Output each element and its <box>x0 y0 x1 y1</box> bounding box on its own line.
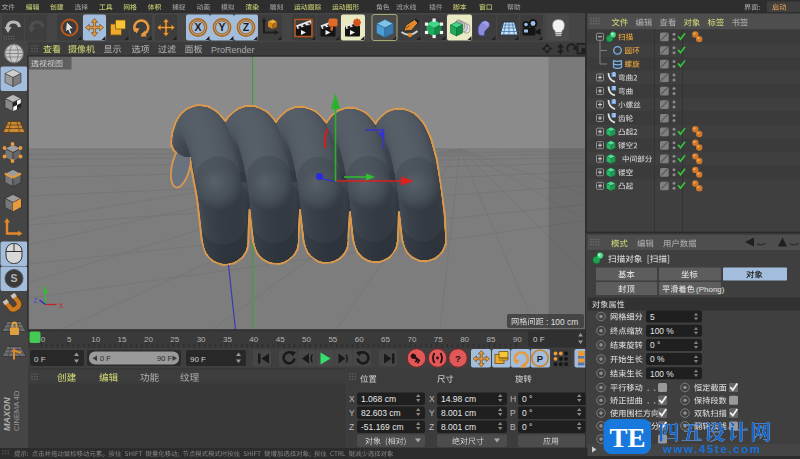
svg-text:MAXON: MAXON <box>2 397 12 431</box>
svg-text:25: 25 <box>170 335 179 344</box>
svg-text:100 %: 100 % <box>650 369 674 379</box>
svg-text:Y: Y <box>218 21 225 33</box>
svg-text:ProRender: ProRender <box>211 45 255 55</box>
svg-text:Y: Y <box>429 408 435 418</box>
svg-text:Y: Y <box>43 285 48 292</box>
svg-text:5: 5 <box>650 312 655 322</box>
svg-text:CINEMA 4D: CINEMA 4D <box>12 390 21 431</box>
svg-text:60: 60 <box>355 335 364 344</box>
svg-text:15: 15 <box>118 335 127 344</box>
svg-text:X: X <box>429 394 435 404</box>
svg-text:82.603 cm: 82.603 cm <box>361 408 401 418</box>
svg-text:90 F: 90 F <box>157 354 172 363</box>
svg-text:45: 45 <box>276 335 285 344</box>
svg-text:35: 35 <box>223 335 232 344</box>
svg-text:Z: Z <box>349 422 354 432</box>
svg-text:?: ? <box>455 353 461 364</box>
svg-text:B: B <box>510 422 516 432</box>
svg-text:85: 85 <box>486 335 495 344</box>
svg-text:0 F: 0 F <box>100 354 111 363</box>
svg-text:0 %: 0 % <box>650 354 665 364</box>
svg-text:10: 10 <box>91 335 100 344</box>
svg-text:0: 0 <box>41 335 46 344</box>
svg-text:55: 55 <box>328 335 337 344</box>
svg-text:0 °: 0 ° <box>522 422 533 432</box>
svg-text:P: P <box>537 353 544 364</box>
svg-text:50: 50 <box>302 335 311 344</box>
svg-text:S: S <box>10 272 17 284</box>
svg-text:0 F: 0 F <box>533 335 545 344</box>
svg-text:65: 65 <box>381 335 390 344</box>
svg-text:30: 30 <box>197 335 206 344</box>
svg-text:90 F: 90 F <box>190 355 206 364</box>
svg-text:(Phong): (Phong) <box>696 285 725 294</box>
svg-text:0 °: 0 ° <box>522 408 533 418</box>
svg-text:5: 5 <box>67 335 72 344</box>
svg-text:40: 40 <box>249 335 258 344</box>
svg-text:: 100 cm: : 100 cm <box>546 317 578 327</box>
svg-text:Z: Z <box>34 297 38 304</box>
svg-text:20: 20 <box>144 335 153 344</box>
svg-text:X: X <box>349 394 355 404</box>
svg-text:-51.169 cm: -51.169 cm <box>361 422 404 432</box>
svg-text:100 %: 100 % <box>650 326 674 336</box>
svg-text:90: 90 <box>513 335 522 344</box>
svg-text:0 F: 0 F <box>34 355 46 364</box>
svg-text:X: X <box>194 21 201 33</box>
svg-text:80: 80 <box>460 335 469 344</box>
svg-text:Z: Z <box>243 21 250 33</box>
svg-text:Z: Z <box>429 422 434 432</box>
svg-text:0 °: 0 ° <box>650 340 660 350</box>
svg-text:TE: TE <box>609 423 645 453</box>
svg-text:8.001 cm: 8.001 cm <box>441 408 476 418</box>
svg-text:www.45te.com: www.45te.com <box>662 443 762 455</box>
svg-text:14.98 cm: 14.98 cm <box>441 394 476 404</box>
svg-text:70: 70 <box>407 335 416 344</box>
svg-text:75: 75 <box>434 335 443 344</box>
svg-text:0 °: 0 ° <box>522 394 533 404</box>
svg-text:8.001 cm: 8.001 cm <box>441 422 476 432</box>
svg-text:P: P <box>510 408 516 418</box>
svg-text:1.068 cm: 1.068 cm <box>361 394 396 404</box>
svg-text:Y: Y <box>349 408 355 418</box>
svg-text:H: H <box>510 394 516 404</box>
svg-text:X: X <box>59 302 64 309</box>
